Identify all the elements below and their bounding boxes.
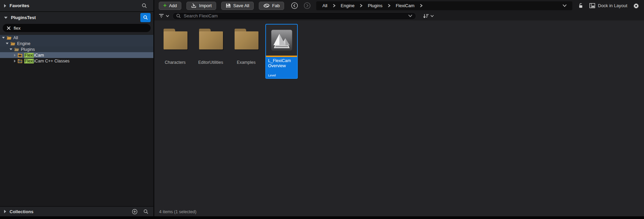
fab-button[interactable]: Fab (259, 2, 284, 10)
collapse-caret-icon[interactable] (4, 4, 6, 8)
sort-icon (423, 14, 429, 18)
asset-tile-l-flexicam-overview[interactable]: L_FlexiCam Overview Level (265, 24, 298, 79)
tree-item-plugins[interactable]: Plugins (0, 46, 153, 52)
collapse-caret-icon[interactable] (14, 54, 16, 57)
filter-bar (154, 11, 644, 20)
back-icon[interactable] (291, 2, 298, 9)
breadcrumb-item-engine[interactable]: Engine (339, 3, 356, 8)
plus-icon: + (163, 2, 167, 8)
search-match-highlight: Flexi (24, 59, 34, 63)
search-icon (176, 14, 181, 18)
favorites-header[interactable]: Favorites (0, 0, 153, 11)
folder-tile-examples[interactable]: Examples (230, 24, 263, 65)
unlock-icon[interactable] (578, 3, 584, 9)
collections-header[interactable]: Collections (0, 206, 153, 216)
asset-info: L_FlexiCam Overview Level (266, 57, 297, 78)
tree-item-label: FlexiiCam (24, 53, 44, 58)
chevron-right-icon (388, 4, 391, 8)
asset-search-input[interactable] (184, 13, 405, 18)
sidebar-search-field[interactable] (3, 24, 151, 32)
import-button[interactable]: Import (186, 2, 216, 10)
folder-label: Characters (165, 60, 185, 65)
favorites-title: Favorites (10, 3, 29, 8)
folder-tile-editorutilities[interactable]: EditorUtilities (194, 24, 227, 65)
asset-search-field[interactable] (172, 12, 416, 20)
expand-caret-icon[interactable] (2, 37, 5, 39)
chevron-right-icon (360, 4, 363, 8)
folder-icon (198, 29, 224, 50)
collapse-caret-icon[interactable] (14, 60, 16, 62)
folder-icon (162, 29, 188, 50)
asset-grid: Characters EditorUtilities Examples (154, 20, 644, 207)
filter-button[interactable] (158, 14, 169, 18)
status-bar: 4 items (1 selected) (154, 207, 644, 216)
search-icon (143, 15, 148, 20)
filter-icon (158, 14, 164, 18)
tree-item-label: Plugins (21, 47, 35, 52)
tree-item-flexicam-cpp[interactable]: C++ FlexiiCam C++ Classes (0, 58, 153, 64)
breadcrumb: All Engine Plugins FlexiCam (316, 1, 572, 10)
settings-gear-icon[interactable] (633, 3, 639, 9)
main-toolbar: + Add Import Save All Fab (154, 0, 644, 11)
sort-button[interactable] (423, 14, 434, 18)
clear-search-icon[interactable] (7, 26, 11, 30)
tree-item-engine[interactable]: Engine (0, 41, 153, 46)
layout-icon (589, 3, 595, 8)
asset-type-label: Level (268, 73, 295, 77)
folder-open-icon (6, 35, 12, 40)
cpp-folder-icon: C++ (17, 59, 23, 63)
folder-tree: All Engine Plugins FlexiiCam C++ Flex (0, 34, 153, 206)
tree-item-flexicam[interactable]: FlexiiCam (0, 52, 153, 58)
folder-open-icon (10, 41, 15, 46)
path-dropdown-chevron-icon[interactable] (562, 4, 567, 7)
fab-logo-icon (263, 3, 270, 8)
item-count-status: 4 items (1 selected) (159, 209, 196, 214)
expand-caret-icon[interactable] (6, 43, 9, 44)
sidebar: Favorites PluginsTest (0, 0, 154, 216)
breadcrumb-item-plugins[interactable]: Plugins (366, 3, 384, 8)
breadcrumb-item-flexicam[interactable]: FlexiCam (394, 3, 417, 8)
svg-text:C++: C++ (19, 60, 22, 62)
add-collection-icon[interactable] (132, 209, 138, 215)
save-all-button[interactable]: Save All (221, 2, 254, 10)
plugins-test-title: PluginsTest (11, 15, 36, 20)
collapse-caret-icon[interactable] (4, 210, 6, 213)
asset-thumbnail (266, 25, 297, 56)
chevron-down-icon[interactable] (408, 14, 412, 17)
expand-caret-icon[interactable] (4, 17, 8, 19)
chevron-right-icon (333, 4, 336, 8)
sidebar-search-input[interactable] (14, 26, 146, 31)
level-mountain-icon (271, 30, 292, 51)
add-button[interactable]: + Add (159, 2, 181, 10)
dock-in-layout-label: Dock in Layout (598, 3, 627, 8)
tree-item-label: Engine (17, 41, 30, 46)
tree-item-label: FlexiiCam C++ Classes (24, 59, 70, 63)
asset-name: L_FlexiCam Overview (268, 58, 295, 69)
chevron-down-icon (166, 15, 169, 17)
save-icon (226, 3, 231, 8)
chevron-down-icon (430, 15, 434, 17)
import-icon (191, 3, 197, 8)
content-browser-window: Favorites PluginsTest (0, 0, 644, 216)
collections-title: Collections (10, 209, 33, 214)
plugin-folder-icon (17, 53, 23, 57)
search-match-highlight: Flexi (24, 53, 34, 58)
plugins-test-panel: PluginsTest (0, 12, 153, 34)
chevron-right-icon (420, 4, 423, 8)
sidebar-search-toggle-button[interactable] (140, 13, 151, 22)
breadcrumb-item-all[interactable]: All (320, 3, 329, 8)
folder-tile-characters[interactable]: Characters (159, 24, 192, 65)
window-bottom-strip (0, 216, 644, 219)
search-icon[interactable] (142, 3, 147, 9)
expand-caret-icon[interactable] (10, 48, 12, 50)
folder-open-icon (14, 47, 19, 52)
search-icon[interactable] (143, 209, 149, 214)
folder-label: EditorUtilities (198, 60, 223, 65)
dock-in-layout[interactable]: Dock in Layout (589, 3, 627, 8)
tree-item-label: All (13, 35, 18, 40)
tree-item-all[interactable]: All (0, 35, 153, 41)
folder-icon (233, 29, 259, 50)
folder-label: Examples (237, 60, 256, 65)
plugins-test-header[interactable]: PluginsTest (0, 12, 153, 23)
forward-icon[interactable] (304, 2, 311, 9)
